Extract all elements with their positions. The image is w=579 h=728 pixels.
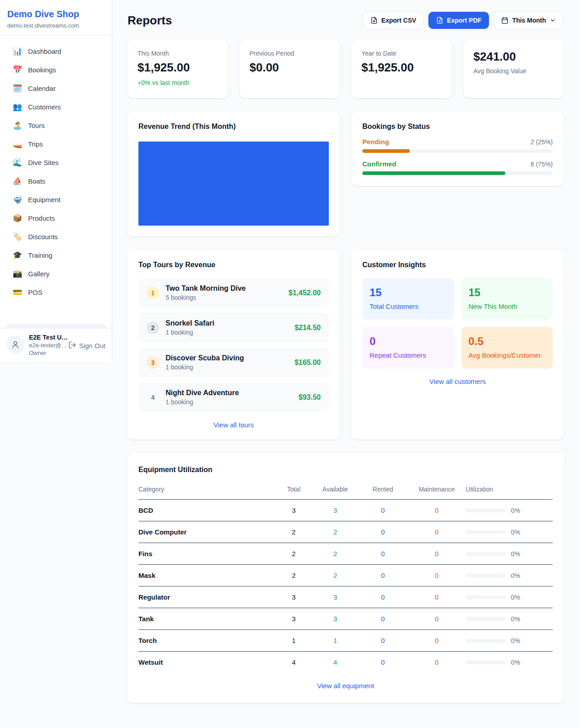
stat-label: Previous Period xyxy=(250,50,330,57)
user-email: e2e-tester@… xyxy=(29,342,64,349)
sidebar-item-label: Discounts xyxy=(28,233,58,241)
sidebar-item-label: Trips xyxy=(28,140,43,148)
sidebar-item-pos[interactable]: 💳POS xyxy=(0,283,112,302)
equipment-utilization-title: Equipment Utilization xyxy=(138,466,553,474)
sidebar-item-products[interactable]: 📦Products xyxy=(0,209,112,227)
sidebar-item-equipment[interactable]: 🤿Equipment xyxy=(0,190,112,209)
insight-tile-new-this-month: 15New This Month xyxy=(461,278,553,320)
insight-tile-total-customers: 15Total Customers xyxy=(362,278,454,320)
tour-revenue-amount: $165.00 xyxy=(294,359,321,367)
tour-rank-badge: 1 xyxy=(147,287,159,299)
sign-out-button[interactable]: Sign Out xyxy=(68,341,105,350)
sidebar-item-dive-sites[interactable]: 🌊Dive Sites xyxy=(0,153,112,172)
sidebar-item-dashboard[interactable]: 📊Dashboard xyxy=(0,42,112,61)
utilization-bar xyxy=(466,596,506,599)
utilization-bar xyxy=(466,639,506,643)
utilization-wrap: 0% xyxy=(466,659,553,666)
export-csv-button[interactable]: Export CSV xyxy=(363,12,424,29)
tour-info: Snorkel Safari1 booking xyxy=(166,319,288,336)
sidebar-item-customers[interactable]: 👥Customers xyxy=(0,98,112,116)
user-meta: E2E Test U… e2e-tester@… Owner xyxy=(29,334,64,356)
sidebar-item-training[interactable]: 🎓Training xyxy=(0,246,112,265)
insight-tile-avg-bookings-customer: 0.5Avg Bookings/Customer xyxy=(461,327,553,369)
status-progress-track xyxy=(362,171,553,175)
user-box: E2E Test U… e2e-tester@… Owner Sign Out xyxy=(0,328,112,362)
utilization-wrap: 0% xyxy=(466,615,553,623)
tour-bookings-count: 5 bookings xyxy=(166,294,282,301)
sign-out-icon xyxy=(68,341,76,350)
view-all-tours-link[interactable]: View all tours xyxy=(138,421,329,429)
period-dropdown[interactable]: This Month xyxy=(494,12,564,29)
equipment-rented: 0 xyxy=(358,543,408,565)
equipment-category: Wetsuit xyxy=(138,652,275,673)
insight-tile-value: 0 xyxy=(370,335,447,348)
equipment-total: 3 xyxy=(275,500,312,521)
sidebar-item-reports-active-peek[interactable] xyxy=(5,324,106,328)
tour-row-1[interactable]: 1Two Tank Morning Dive5 bookings$1,452.0… xyxy=(138,278,329,307)
tour-name: Night Dive Adventure xyxy=(166,389,292,397)
sailboat-icon: ⛵ xyxy=(13,176,22,186)
tour-row-4[interactable]: 4Night Dive Adventure1 booking$93.50 xyxy=(138,383,329,412)
equipment-utilization-cell: 0% xyxy=(466,608,553,630)
tour-bookings-count: 1 booking xyxy=(166,364,288,371)
equipment-utilization-cell: 0% xyxy=(466,500,553,521)
equipment-total: 2 xyxy=(275,565,312,586)
sidebar-item-calendar[interactable]: 🗓️Calendar xyxy=(0,79,112,98)
revenue-trend-title: Revenue Trend (This Month) xyxy=(138,123,329,131)
sidebar-item-label: Bookings xyxy=(28,66,56,74)
equipment-maintenance: 0 xyxy=(408,652,465,673)
page-title: Reports xyxy=(128,14,172,28)
status-progress-fill xyxy=(362,149,410,153)
main-content: Reports Export CSV Export PDF xyxy=(112,0,579,721)
sidebar-item-discounts[interactable]: 🏷️Discounts xyxy=(0,227,112,246)
bar-chart-icon: 📊 xyxy=(13,47,22,56)
stat-card-1: Previous Period$0.00 xyxy=(240,40,340,98)
tour-info: Discover Scuba Diving1 booking xyxy=(166,354,288,371)
sidebar-item-label: Dive Sites xyxy=(28,159,59,166)
tour-row-3[interactable]: 3Discover Scuba Diving1 booking$165.00 xyxy=(138,348,329,377)
insight-tile-repeat-customers: 0Repeat Customers xyxy=(362,327,454,369)
equipment-rented: 0 xyxy=(358,630,408,652)
insight-tile-label: Repeat Customers xyxy=(370,351,447,359)
file-download-icon xyxy=(370,17,378,24)
sidebar-item-bookings[interactable]: 📅Bookings xyxy=(0,61,112,79)
revenue-trend-card: Revenue Trend (This Month) xyxy=(128,112,340,236)
column-header-utilization: Utilization xyxy=(466,480,553,500)
utilization-bar xyxy=(466,574,506,577)
insight-tile-label: New This Month xyxy=(469,303,546,310)
equipment-available: 3 xyxy=(313,608,358,630)
stat-label: This Month xyxy=(138,50,218,57)
utilization-percent: 0% xyxy=(511,615,520,623)
sidebar-item-boats[interactable]: ⛵Boats xyxy=(0,172,112,190)
utilization-wrap: 0% xyxy=(466,529,553,536)
equipment-rented: 0 xyxy=(358,586,408,608)
speedboat-icon: 🚤 xyxy=(13,139,22,149)
calendar-17-icon: 📅 xyxy=(13,65,22,75)
view-all-customers-link[interactable]: View all customers xyxy=(362,378,553,385)
utilization-percent: 0% xyxy=(511,572,520,579)
tour-name: Two Tank Morning Dive xyxy=(166,284,282,293)
sidebar-item-label: Gallery xyxy=(28,270,50,278)
status-name: Confirmed xyxy=(362,160,396,168)
stat-value: $1,925.00 xyxy=(361,61,442,75)
utilization-wrap: 0% xyxy=(466,594,553,601)
tour-rank-badge: 3 xyxy=(147,356,159,369)
top-tours-card: Top Tours by Revenue 1Two Tank Morning D… xyxy=(128,250,340,440)
sidebar-item-tours[interactable]: 🏝️Tours xyxy=(0,116,112,135)
sidebar-item-gallery[interactable]: 📸Gallery xyxy=(0,265,112,283)
view-all-equipment-link[interactable]: View all equipment xyxy=(138,682,553,690)
export-csv-label: Export CSV xyxy=(381,17,416,24)
sign-out-label: Sign Out xyxy=(79,342,105,350)
sidebar-item-trips[interactable]: 🚤Trips xyxy=(0,135,112,153)
header-actions: Export CSV Export PDF This Month xyxy=(363,12,564,29)
equipment-maintenance: 0 xyxy=(408,543,465,565)
stat-card-2: Year to Date$1,925.00 xyxy=(351,40,452,98)
tour-row-2[interactable]: 2Snorkel Safari1 booking$214.50 xyxy=(138,313,329,342)
export-pdf-button[interactable]: Export PDF xyxy=(428,12,489,29)
customer-insights-card: Customer Insights 15Total Customers15New… xyxy=(351,250,564,440)
tour-rows: 1Two Tank Morning Dive5 bookings$1,452.0… xyxy=(138,269,329,412)
stat-value: $241.00 xyxy=(474,50,554,64)
equipment-category: Regulator xyxy=(138,586,275,608)
utilization-percent: 0% xyxy=(511,637,520,644)
sidebar-item-label: Tours xyxy=(28,122,45,129)
